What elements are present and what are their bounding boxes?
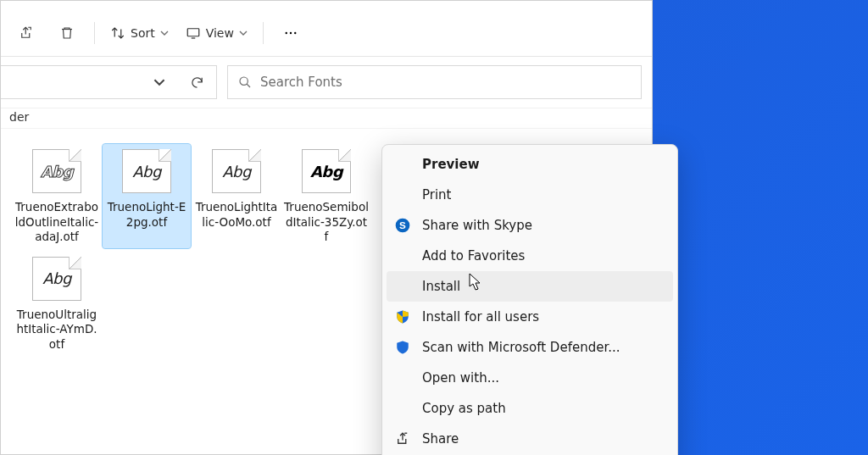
context-menu: PreviewPrintSShare with SkypeAdd to Favo… — [381, 144, 678, 455]
context-menu-item[interactable]: Preview — [387, 149, 673, 180]
context-menu-item[interactable]: Add to Favorites — [387, 241, 673, 271]
font-file-icon: Abg — [122, 149, 171, 193]
font-file-icon: Abg — [212, 149, 261, 193]
file-name: TruenoExtraboldOutlineItalic-adaJ.otf — [14, 200, 99, 245]
share-button[interactable] — [9, 16, 43, 50]
shield-uac-icon — [393, 308, 412, 326]
context-menu-item[interactable]: Open with... — [387, 363, 673, 393]
file-name: TruenoLightItalic-OoMo.otf — [194, 200, 279, 230]
breadcrumb[interactable]: der — [1, 108, 652, 129]
svg-point-3 — [290, 31, 292, 33]
font-file-icon: Abg — [302, 149, 351, 193]
share-icon — [393, 430, 412, 448]
file-item[interactable]: AbgTruenoLightItalic-OoMo.otf — [192, 144, 281, 248]
blank-icon — [393, 247, 412, 265]
file-name: TruenoUltralightItalic-AYmD.otf — [14, 308, 99, 352]
search-input[interactable]: Search Fonts — [227, 65, 642, 99]
more-button[interactable] — [274, 16, 308, 50]
view-button[interactable]: View — [181, 16, 253, 50]
blank-icon — [393, 369, 412, 387]
context-menu-item[interactable]: Install for all users — [387, 302, 673, 332]
blank-icon — [393, 399, 412, 418]
share-icon — [19, 25, 34, 41]
context-menu-label: Copy as path — [422, 401, 665, 416]
address-bar[interactable] — [1, 65, 217, 99]
context-menu-label: Install for all users — [422, 309, 665, 325]
context-menu-item[interactable]: Share — [387, 424, 673, 454]
context-menu-label: Preview — [422, 157, 665, 172]
chevron-down-icon — [160, 29, 169, 37]
view-label: View — [206, 26, 234, 40]
refresh-icon — [190, 75, 204, 90]
separator — [263, 22, 264, 44]
context-menu-item[interactable]: Install — [387, 271, 673, 302]
svg-point-5 — [240, 77, 248, 85]
context-menu-item[interactable]: SShare with Skype — [387, 210, 673, 241]
refresh-button[interactable] — [182, 75, 211, 90]
delete-button[interactable] — [50, 16, 84, 50]
sort-label: Sort — [131, 26, 155, 40]
font-file-icon: Abg — [32, 149, 81, 193]
context-menu-label: Scan with Microsoft Defender... — [422, 340, 665, 355]
file-item[interactable]: AbgTruenoSemiboldItalic-35Zy.otf — [282, 144, 370, 248]
more-icon — [283, 25, 298, 41]
file-name: TruenoSemiboldItalic-35Zy.otf — [284, 200, 369, 245]
svg-text:S: S — [399, 219, 406, 230]
context-menu-label: Open with... — [422, 370, 665, 386]
mouse-cursor — [469, 273, 482, 291]
close-button[interactable] — [603, 0, 652, 11]
chevron-down-icon — [239, 29, 248, 37]
file-item[interactable]: AbgTruenoLight-E2pg.otf — [103, 144, 191, 248]
file-item[interactable]: AbgTruenoExtraboldOutlineItalic-adaJ.otf — [13, 144, 101, 248]
context-menu-item[interactable]: Print — [387, 180, 673, 210]
separator — [94, 22, 95, 44]
chevron-down-icon — [153, 76, 165, 88]
context-menu-label: Share — [422, 431, 665, 447]
font-file-icon: Abg — [32, 257, 81, 301]
trash-icon — [59, 25, 75, 41]
title-bar — [1, 1, 652, 9]
blank-icon — [393, 155, 412, 174]
file-item[interactable]: AbgTruenoUltralightItalic-AYmD.otf — [13, 252, 101, 356]
svg-point-2 — [285, 31, 287, 33]
defender-shield-icon — [393, 338, 412, 357]
context-menu-label: Install — [422, 279, 665, 294]
search-placeholder: Search Fonts — [260, 75, 342, 90]
svg-rect-1 — [187, 28, 199, 36]
context-menu-item[interactable]: Copy as path — [387, 393, 673, 424]
blank-icon — [393, 277, 412, 296]
skype-icon: S — [393, 216, 412, 235]
sort-icon — [110, 25, 125, 41]
nav-row: Search Fonts — [1, 57, 652, 108]
context-menu-label: Share with Skype — [422, 218, 665, 233]
recent-locations-button[interactable] — [145, 76, 174, 88]
svg-point-4 — [294, 31, 296, 33]
context-menu-item[interactable]: Scan with Microsoft Defender... — [387, 332, 673, 363]
blank-icon — [393, 186, 412, 204]
view-icon — [186, 25, 201, 41]
search-icon — [238, 75, 252, 89]
maximize-button[interactable] — [554, 0, 603, 11]
file-name: TruenoLight-E2pg.otf — [104, 200, 189, 230]
context-menu-label: Print — [422, 187, 665, 203]
toolbar: Sort View — [1, 9, 652, 57]
context-menu-label: Add to Favorites — [422, 248, 665, 264]
sort-button[interactable]: Sort — [105, 16, 174, 50]
